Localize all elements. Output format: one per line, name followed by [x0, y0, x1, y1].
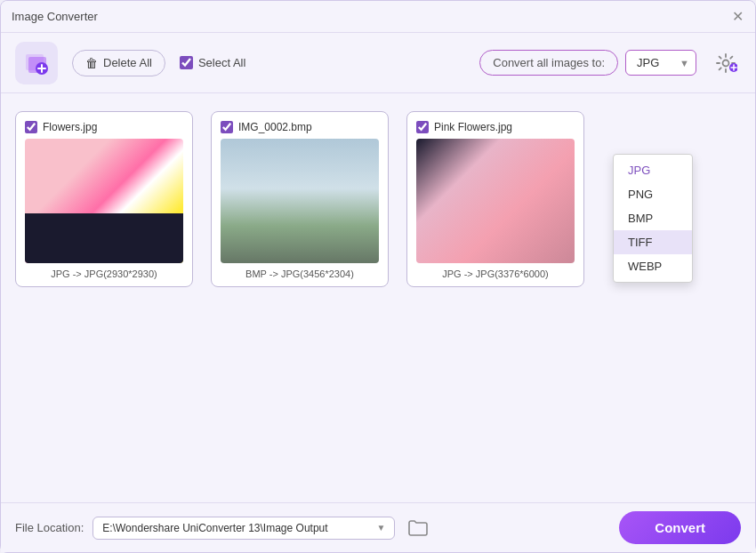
image-card: Pink Flowers.jpg JPG -> JPG(3376*6000) — [406, 111, 584, 287]
image-checkbox[interactable] — [221, 121, 233, 133]
dropdown-item-webp[interactable]: WEBP — [614, 254, 692, 278]
folder-button[interactable] — [404, 514, 432, 542]
file-location-label: File Location: — [15, 521, 84, 534]
card-header: Pink Flowers.jpg — [416, 121, 575, 133]
image-thumbnail — [221, 139, 379, 263]
convert-all-label: Convert all images to: — [479, 50, 618, 76]
image-filename: Pink Flowers.jpg — [434, 121, 512, 133]
dropdown-item-jpg[interactable]: JPG — [614, 158, 692, 182]
settings-button[interactable] — [711, 48, 741, 78]
trash-icon: 🗑 — [85, 56, 98, 70]
file-path-selector[interactable]: E:\Wondershare UniConverter 13\Image Out… — [92, 517, 395, 540]
image-thumbnail — [416, 139, 575, 263]
toolbar: 🗑 Delete All Select All Convert all imag… — [1, 33, 755, 93]
convert-all-area: Convert all images to: JPG PNG BMP TIFF … — [479, 50, 696, 76]
dropdown-item-png[interactable]: PNG — [614, 182, 692, 206]
image-filename: IMG_0002.bmp — [238, 121, 312, 133]
file-path-text: E:\Wondershare UniConverter 13\Image Out… — [102, 522, 327, 534]
card-header: Flowers.jpg — [25, 121, 183, 133]
delete-all-label: Delete All — [103, 56, 152, 69]
image-card: Flowers.jpg JPG -> JPG(2930*2930) — [15, 111, 193, 287]
main-content: Flowers.jpg JPG -> JPG(2930*2930) IMG_00… — [1, 93, 755, 502]
dropdown-item-bmp[interactable]: BMP — [614, 206, 692, 230]
select-all-checkbox[interactable] — [180, 56, 193, 69]
image-checkbox[interactable] — [416, 121, 429, 133]
image-filename: Flowers.jpg — [43, 121, 97, 133]
format-select[interactable]: JPG PNG BMP TIFF WEBP — [625, 50, 696, 76]
app-window: Image Converter ✕ 🗑 Delete All Select Al… — [0, 0, 756, 553]
select-all-label[interactable]: Select All — [180, 56, 245, 69]
add-image-button[interactable] — [15, 42, 58, 84]
select-all-text: Select All — [198, 56, 245, 69]
close-button[interactable]: ✕ — [730, 10, 744, 24]
image-caption: JPG -> JPG(2930*2930) — [25, 268, 183, 279]
chevron-down-icon: ▼ — [376, 523, 385, 533]
format-select-wrapper: JPG PNG BMP TIFF WEBP ▼ — [625, 50, 696, 76]
convert-button[interactable]: Convert — [619, 511, 741, 544]
image-caption: JPG -> JPG(3376*6000) — [416, 268, 575, 279]
image-caption: BMP -> JPG(3456*2304) — [221, 268, 379, 279]
image-checkbox[interactable] — [25, 121, 37, 133]
image-thumbnail — [25, 139, 183, 263]
dropdown-item-tiff[interactable]: TIFF — [614, 230, 692, 254]
card-header: IMG_0002.bmp — [221, 121, 379, 133]
title-bar: Image Converter ✕ — [1, 1, 755, 33]
image-card: IMG_0002.bmp BMP -> JPG(3456*2304) — [211, 111, 389, 287]
footer: File Location: E:\Wondershare UniConvert… — [1, 502, 755, 552]
svg-point-5 — [723, 60, 729, 66]
delete-all-button[interactable]: 🗑 Delete All — [72, 50, 165, 76]
format-dropdown: JPG PNG BMP TIFF WEBP — [613, 154, 693, 283]
window-title: Image Converter — [12, 10, 98, 23]
